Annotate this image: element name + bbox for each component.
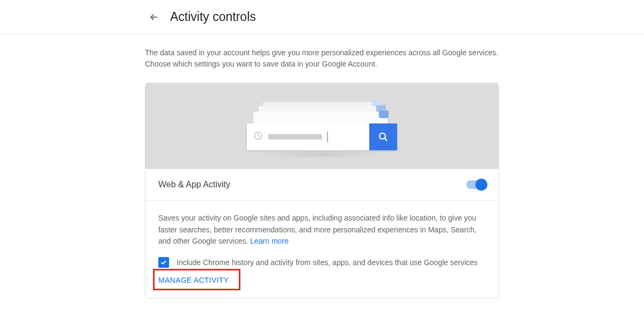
- learn-more-link[interactable]: Learn more: [250, 237, 289, 245]
- search-illustration: [247, 123, 397, 150]
- illustration-panel: [145, 83, 499, 169]
- activity-card: Web & App Activity Saves your activity o…: [145, 83, 499, 298]
- page-title: Activity controls: [170, 10, 256, 24]
- section-title: Web & App Activity: [158, 180, 230, 189]
- back-arrow-icon[interactable]: [148, 11, 160, 24]
- intro-text: The data saved in your account helps giv…: [145, 47, 499, 70]
- clock-icon: [253, 131, 263, 143]
- checkbox-label: Include Chrome history and activity from…: [177, 258, 478, 267]
- svg-point-1: [379, 133, 385, 139]
- description-text: Saves your activity on Google sites and …: [158, 214, 477, 245]
- include-chrome-checkbox[interactable]: [158, 257, 169, 268]
- manage-activity-button[interactable]: MANAGE ACTIVITY: [158, 276, 229, 284]
- web-app-activity-toggle[interactable]: [466, 180, 486, 189]
- search-icon: [369, 123, 397, 150]
- section-description: Saves your activity on Google sites and …: [158, 213, 486, 247]
